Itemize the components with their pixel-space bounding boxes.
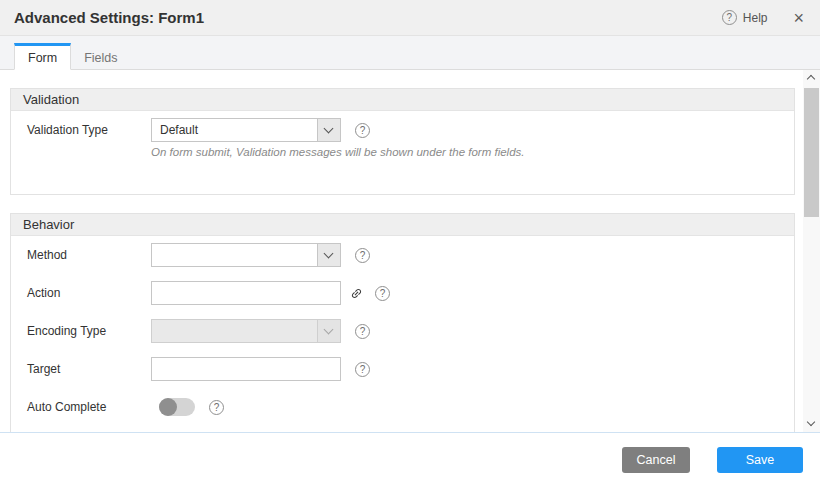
tab-form[interactable]: Form <box>14 43 71 70</box>
titlebar-actions: ? Help × <box>722 10 804 25</box>
method-dropdown[interactable] <box>151 243 341 267</box>
validation-type-value: Default <box>152 119 317 141</box>
chevron-down-icon <box>324 249 334 259</box>
validation-type-helper-text: On form submit, Validation messages will… <box>27 145 794 159</box>
validation-type-dropdown[interactable]: Default <box>151 118 341 142</box>
section-validation-header: Validation <box>11 89 794 111</box>
scroll-up-icon[interactable] <box>803 70 820 86</box>
encoding-type-dropdown <box>151 319 341 343</box>
dialog-footer: Cancel Save <box>0 433 820 487</box>
link-icon[interactable] <box>350 287 363 300</box>
auto-complete-label: Auto Complete <box>27 400 151 414</box>
method-row: Method ? <box>27 236 794 274</box>
tabstrip: Form Fields <box>0 36 820 70</box>
action-input[interactable] <box>151 281 341 305</box>
action-label: Action <box>27 286 151 300</box>
auto-complete-toggle[interactable] <box>159 398 195 416</box>
vertical-scrollbar[interactable] <box>803 70 820 432</box>
dropdown-button <box>317 244 340 266</box>
cancel-button[interactable]: Cancel <box>622 447 690 473</box>
method-value <box>152 244 317 266</box>
section-behavior-title: Behavior <box>23 217 74 232</box>
section-validation-title: Validation <box>23 92 79 107</box>
auto-complete-row: Auto Complete ? <box>27 388 794 426</box>
chevron-down-icon <box>324 325 334 335</box>
validation-type-label: Validation Type <box>27 123 151 137</box>
section-validation: Validation Validation Type Default ? On … <box>10 88 795 195</box>
action-help-icon[interactable]: ? <box>375 286 390 301</box>
save-button[interactable]: Save <box>717 447 803 473</box>
method-label: Method <box>27 248 151 262</box>
help-icon[interactable]: ? <box>722 10 737 25</box>
section-validation-body: Validation Type Default ? On form submit… <box>11 111 794 194</box>
validation-type-row: Validation Type Default ? <box>27 111 794 149</box>
encoding-type-help-icon[interactable]: ? <box>355 324 370 339</box>
encoding-type-label: Encoding Type <box>27 324 151 338</box>
tab-fields-label: Fields <box>84 51 117 65</box>
section-behavior: Behavior Method ? Action <box>10 213 795 433</box>
help-button[interactable]: Help <box>743 11 768 25</box>
toggle-knob <box>159 398 177 416</box>
tab-form-label: Form <box>28 51 57 65</box>
target-row: Target ? <box>27 350 794 388</box>
section-behavior-body: Method ? Action ? <box>11 236 794 433</box>
settings-scroll-area: Validation Validation Type Default ? On … <box>0 70 820 433</box>
target-help-icon[interactable]: ? <box>355 362 370 377</box>
dialog-titlebar: Advanced Settings: Form1 ? Help × <box>0 0 820 36</box>
encoding-type-row: Encoding Type ? <box>27 312 794 350</box>
dropdown-button <box>317 119 340 141</box>
section-behavior-header: Behavior <box>11 214 794 236</box>
chevron-down-icon <box>324 124 334 134</box>
method-help-icon[interactable]: ? <box>355 248 370 263</box>
advanced-settings-dialog: Advanced Settings: Form1 ? Help × Form F… <box>0 0 820 487</box>
encoding-type-value <box>152 320 317 342</box>
auto-complete-help-icon[interactable]: ? <box>209 400 224 415</box>
validation-type-help-icon[interactable]: ? <box>355 123 370 138</box>
tab-fields[interactable]: Fields <box>71 43 130 70</box>
action-row: Action ? <box>27 274 794 312</box>
target-input[interactable] <box>151 357 341 381</box>
scroll-down-icon[interactable] <box>803 416 820 432</box>
scrollbar-thumb[interactable] <box>804 88 819 217</box>
close-icon[interactable]: × <box>793 11 804 25</box>
target-label: Target <box>27 362 151 376</box>
dropdown-button <box>317 320 340 342</box>
dialog-title: Advanced Settings: Form1 <box>14 9 722 26</box>
